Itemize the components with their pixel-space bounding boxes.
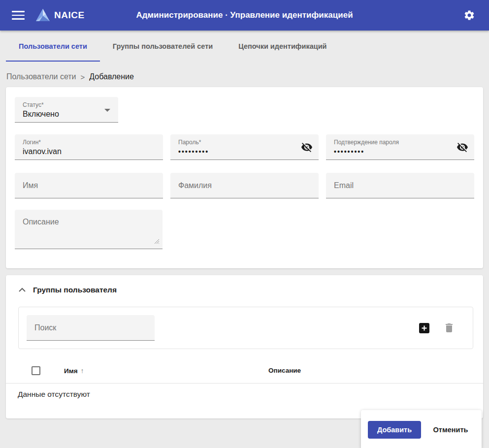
- password-confirm-visibility-off-icon[interactable]: [456, 141, 468, 153]
- dropdown-arrow-icon: [104, 109, 110, 112]
- email-field: [326, 173, 474, 198]
- password-visibility-off-icon[interactable]: [301, 141, 313, 153]
- app-logo: NAICE: [35, 8, 85, 22]
- status-label: Статус*: [23, 101, 44, 108]
- email-input[interactable]: [334, 173, 455, 198]
- login-input[interactable]: [23, 146, 143, 157]
- cancel-button[interactable]: Отменить: [427, 421, 474, 439]
- groups-toolbar: [18, 307, 473, 349]
- select-all-checkbox[interactable]: [32, 366, 40, 375]
- password-label: Пароль*: [178, 139, 201, 146]
- logo-triangle-icon: [35, 8, 50, 22]
- password-confirm-input[interactable]: [334, 146, 455, 157]
- submit-button[interactable]: Добавить: [368, 421, 421, 439]
- password-confirm-label: Подтверждение пароля: [334, 139, 399, 146]
- groups-table-header: Имя↑ Описание: [6, 359, 483, 384]
- user-groups-card: Группы пользователя Имя↑ Описани: [6, 275, 483, 418]
- app-name: NAICE: [54, 10, 85, 21]
- status-value[interactable]: [23, 109, 98, 120]
- last-name-input[interactable]: [178, 173, 299, 198]
- column-header-description: Описание: [268, 367, 301, 374]
- settings-gear-icon[interactable]: [463, 9, 475, 21]
- first-name-field: [15, 173, 163, 198]
- app-bar: NAICE Администрирование · Управление иде…: [0, 0, 489, 31]
- menu-icon[interactable]: [12, 11, 25, 20]
- login-label: Логин*: [23, 139, 41, 146]
- breadcrumb-parent[interactable]: Пользователи сети: [6, 72, 76, 81]
- breadcrumb-current: Добавление: [89, 72, 134, 81]
- last-name-field: [170, 173, 319, 198]
- group-search-field: [27, 315, 155, 341]
- collapse-chevron-up-icon[interactable]: [17, 285, 28, 295]
- page-root: NAICE Администрирование · Управление иде…: [0, 0, 489, 448]
- group-search-input[interactable]: [34, 315, 135, 340]
- tab-network-user-groups[interactable]: Группы пользователей сети: [100, 31, 226, 62]
- column-header-name[interactable]: Имя↑: [64, 367, 84, 375]
- login-field: Логин*: [15, 134, 163, 160]
- tab-identification-chains[interactable]: Цепочки идентификаций: [226, 31, 339, 62]
- groups-section-title: Группы пользователя: [33, 286, 117, 294]
- password-input[interactable]: [178, 146, 299, 157]
- user-form-card: Статус* Логин* Пароль* Подтверждение пар…: [6, 87, 483, 268]
- tab-network-users[interactable]: Пользователи сети: [6, 31, 100, 62]
- first-name-input[interactable]: [23, 173, 143, 198]
- description-field: [15, 210, 163, 249]
- tab-bar: Пользователи сети Группы пользователей с…: [0, 31, 489, 62]
- status-select[interactable]: Статус*: [15, 97, 118, 123]
- add-group-button[interactable]: [419, 323, 429, 333]
- password-confirm-field: Подтверждение пароля: [326, 134, 474, 160]
- form-actions-card: Добавить Отменить: [361, 410, 482, 448]
- delete-group-icon[interactable]: [443, 322, 455, 334]
- resize-handle-icon[interactable]: [154, 237, 160, 246]
- breadcrumb: Пользователи сети > Добавление: [6, 71, 489, 82]
- password-field: Пароль*: [170, 134, 319, 160]
- table-empty-state: Данные отсутствуют: [6, 384, 483, 399]
- sort-ascending-icon: ↑: [81, 367, 84, 375]
- breadcrumb-separator: >: [81, 73, 85, 81]
- description-input[interactable]: [23, 217, 143, 227]
